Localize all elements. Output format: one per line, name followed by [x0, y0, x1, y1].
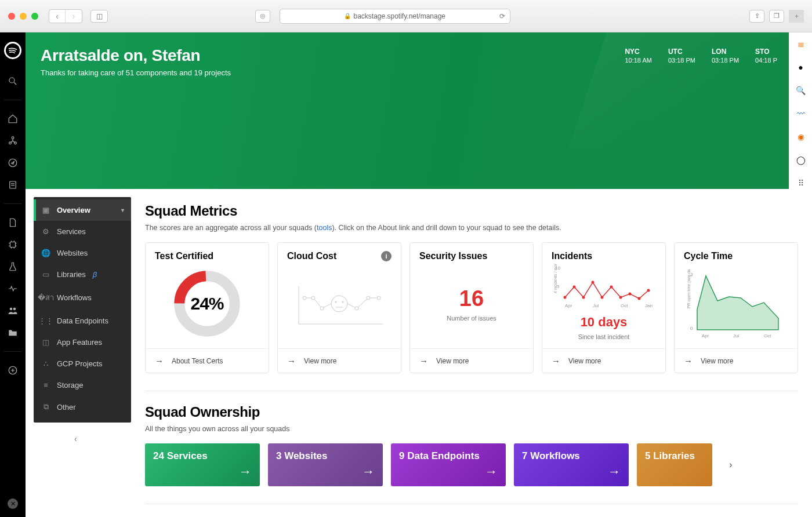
section-subtitle-metrics: The scores are an aggregate across all y…	[145, 224, 798, 232]
chip-icon[interactable]	[7, 239, 19, 250]
refresh-icon[interactable]: ⟳	[499, 12, 505, 20]
sidebar-item-label: App Features	[57, 338, 102, 347]
app-rail: ✕	[0, 32, 26, 517]
home-icon[interactable]	[7, 113, 19, 125]
incidents-value: 10 days	[581, 315, 628, 330]
close-window-button[interactable]	[8, 13, 15, 20]
globe-icon: 🌐	[41, 249, 51, 257]
sidebar-item-storage[interactable]: ≡Storage	[34, 374, 131, 396]
sidebar-item-overview[interactable]: ▣Overview▾	[34, 199, 131, 221]
tile-websites[interactable]: 3 Websites→	[268, 443, 383, 486]
svg-text:Jul: Jul	[733, 333, 739, 338]
back-button[interactable]: ‹	[49, 10, 66, 23]
svg-text:Jul: Jul	[593, 303, 599, 308]
flask-icon[interactable]	[7, 261, 19, 272]
spotify-shortcut-icon[interactable]: ●	[795, 61, 807, 73]
card-footer-link[interactable]: →About Test Certs	[146, 348, 269, 373]
clock-city: NYC	[625, 48, 651, 56]
greeting-subtitle: Thanks for taking care of 51 components …	[41, 68, 774, 77]
section-title-metrics: Squad Metrics	[145, 203, 798, 219]
stackoverflow-icon[interactable]: ≣	[795, 38, 807, 50]
health-icon[interactable]	[7, 283, 19, 294]
svg-rect-10	[10, 242, 16, 247]
info-icon: ▣	[41, 206, 51, 214]
arrow-right-icon: →	[287, 356, 296, 366]
world-clocks: NYC10:18 AM UTC03:18 PM LON03:18 PM STO0…	[625, 48, 777, 64]
explore-icon[interactable]	[7, 157, 19, 169]
tile-services[interactable]: 24 Services→	[145, 443, 260, 486]
scroll-right-button[interactable]: ›	[723, 457, 739, 473]
search-icon[interactable]	[7, 75, 19, 87]
svg-text:0: 0	[690, 326, 693, 331]
svg-point-12	[13, 308, 16, 311]
folder-icon[interactable]	[7, 327, 19, 338]
zoom-window-button[interactable]	[31, 13, 38, 20]
google-icon[interactable]: ◯	[795, 154, 807, 166]
sidebar-item-other[interactable]: ⧉Other	[34, 396, 131, 418]
tile-libraries[interactable]: 5 Libraries	[637, 443, 712, 486]
search-shortcut-icon[interactable]: 🔍	[795, 85, 807, 96]
svg-rect-7	[10, 181, 16, 188]
security-sublabel: Number of issues	[447, 315, 496, 322]
card-title: Cycle Time	[684, 251, 733, 261]
sidebar-item-label: Workflows	[57, 293, 92, 302]
sidebar-item-label: Services	[57, 227, 86, 236]
svg-point-34	[619, 296, 622, 299]
url-bar[interactable]: 🔒 backstage.spotify.net/manage ⟳	[280, 9, 510, 24]
sidebar-item-services[interactable]: ⚙Services	[34, 221, 131, 242]
cloud-cost-placeholder	[293, 275, 386, 333]
card-footer-link[interactable]: →View more	[278, 348, 401, 373]
beta-badge: β	[93, 270, 97, 279]
arrow-right-icon: →	[552, 356, 560, 366]
svg-point-20	[311, 296, 315, 300]
info-icon[interactable]: i	[381, 251, 392, 261]
sidebar-item-label: Other	[57, 403, 76, 412]
card-title: Cloud Cost	[287, 251, 336, 261]
sidebar-item-data-endpoints[interactable]: ⋮⋮Data Endpoints	[34, 310, 131, 332]
tile-workflows[interactable]: 7 Workflows→	[514, 443, 629, 486]
team-icon[interactable]: ⠿	[795, 177, 807, 189]
spotify-logo[interactable]	[4, 42, 21, 59]
add-icon[interactable]	[7, 365, 19, 376]
storage-icon: ≡	[41, 381, 51, 389]
svg-point-6	[9, 159, 17, 167]
collapse-sidemenu-button[interactable]: ‹	[74, 434, 77, 443]
file-icon[interactable]	[7, 217, 19, 228]
minimize-window-button[interactable]	[20, 13, 27, 20]
forward-button[interactable]: ›	[66, 10, 82, 23]
sidebar-item-gcp-projects[interactable]: ∴GCP Projects	[34, 353, 131, 374]
card-cloud-cost: Cloud Costi	[277, 242, 401, 373]
org-icon[interactable]	[7, 135, 19, 147]
card-footer-link[interactable]: →View more	[542, 348, 665, 373]
sidebar-item-app-features[interactable]: ◫App Features	[34, 332, 131, 353]
svg-point-30	[582, 296, 585, 299]
sidebar-item-label: Libraries	[57, 270, 86, 279]
tools-link[interactable]: tools	[317, 224, 332, 232]
tree-icon: �สา	[41, 292, 51, 304]
arrow-right-icon: →	[362, 464, 375, 479]
docs-icon[interactable]	[7, 179, 19, 191]
sidebar-toggle-button[interactable]: ◫	[90, 10, 108, 23]
dismiss-icon[interactable]: ✕	[8, 498, 18, 509]
privacy-shield-button[interactable]: ◎	[255, 10, 270, 23]
wave-icon[interactable]: 〰	[795, 108, 807, 119]
share-button[interactable]: ⇪	[749, 10, 764, 23]
svg-point-24	[377, 296, 380, 300]
sidebar-item-websites[interactable]: 🌐Websites	[34, 242, 131, 264]
grafana-icon[interactable]: ◉	[795, 131, 807, 143]
sidebar-item-workflows[interactable]: �สาWorkflows	[34, 285, 131, 310]
tile-label: 7 Workflows	[522, 450, 621, 462]
nodes-icon: ∴	[41, 359, 51, 368]
people-icon[interactable]	[7, 305, 19, 316]
greeting-title: Arratsalde on, Stefan	[41, 46, 774, 65]
tabs-button[interactable]: ❐	[769, 10, 784, 23]
right-shortcut-rail: ≣ ● 🔍 〰 ◉ ◯ ⠿	[789, 32, 812, 189]
svg-text:Apr: Apr	[702, 333, 709, 338]
card-footer-link[interactable]: →View more	[410, 348, 533, 373]
card-footer-link[interactable]: →View more	[675, 348, 798, 373]
tile-data-endpoints[interactable]: 9 Data Endpoints→	[391, 443, 506, 486]
sidebar-item-libraries[interactable]: ▭Librariesβ	[34, 264, 131, 285]
new-tab-button[interactable]: ＋	[789, 10, 804, 23]
gears-icon: ⚙	[41, 227, 51, 236]
cycle-time-chart: 3 0 PR open time (avg days) Apr Jul Oct	[686, 269, 787, 338]
